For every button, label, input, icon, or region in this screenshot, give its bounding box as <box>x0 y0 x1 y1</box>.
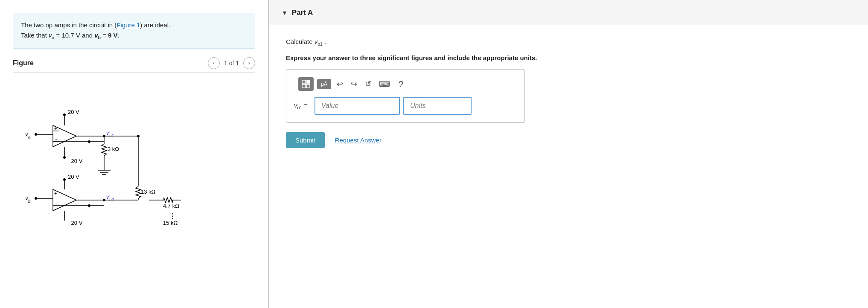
figure-header: Figure ‹ 1 of 1 › <box>13 57 255 73</box>
svg-text:vo1: vo1 <box>106 129 114 138</box>
submit-button[interactable]: Submit <box>286 132 325 148</box>
refresh-icon: ↺ <box>365 80 371 88</box>
va-variable: va <box>49 32 54 39</box>
part-content: Calculate vo1 . Express your answer to t… <box>269 25 868 161</box>
problem-text-1: The two op amps in the circuit in ( <box>21 21 117 29</box>
svg-text:+: + <box>54 191 57 196</box>
svg-rect-59 <box>302 84 306 88</box>
instructions: Express your answer to three significant… <box>286 54 851 61</box>
svg-text:15 kΩ: 15 kΩ <box>163 220 178 226</box>
svg-rect-57 <box>302 80 306 84</box>
problem-statement: The two op amps in the circuit in (Figur… <box>13 13 255 49</box>
circuit-svg: va + − 20 V −20 V <box>19 81 249 226</box>
svg-text:+: + <box>54 126 57 131</box>
reset-button[interactable]: ↺ <box>363 78 373 90</box>
svg-text:13 kΩ: 13 kΩ <box>141 189 156 195</box>
keyboard-icon: ⌨ <box>379 80 390 88</box>
svg-text:4.7 kΩ: 4.7 kΩ <box>163 203 179 209</box>
units-input[interactable] <box>403 97 472 115</box>
redo-icon: ↪ <box>351 80 357 88</box>
calculate-label: Calculate vo1 . <box>286 38 851 46</box>
undo-button[interactable]: ↩ <box>335 78 345 90</box>
next-figure-button[interactable]: › <box>243 57 255 69</box>
va-equation: = 10.7 V and <box>54 32 94 39</box>
toolbar: μÅ ↩ ↪ ↺ ⌨ <box>294 77 517 91</box>
figure-title: Figure <box>13 59 34 67</box>
problem-text-2: ) are ideal. <box>140 21 170 29</box>
keyboard-button[interactable]: ⌨ <box>377 78 392 90</box>
part-chevron[interactable]: ▼ <box>282 9 288 16</box>
answer-box: μÅ ↩ ↪ ↺ ⌨ <box>286 69 525 123</box>
redo-button[interactable]: ↪ <box>349 78 359 90</box>
svg-rect-58 <box>306 80 310 84</box>
problem-text-3: Take that <box>21 32 49 39</box>
vb-equation: = 9 V. <box>101 32 119 39</box>
figure-count: 1 of 1 <box>224 60 239 67</box>
svg-point-10 <box>63 113 66 116</box>
action-row: Submit Request Answer <box>286 131 851 148</box>
svg-point-56 <box>88 204 90 207</box>
svg-text:−: − <box>55 137 58 142</box>
figure-link[interactable]: Figure 1 <box>117 21 140 29</box>
input-row: vo1 = <box>294 97 517 115</box>
equation-label: vo1 = <box>294 102 311 110</box>
svg-rect-60 <box>306 84 310 88</box>
svg-text:20 V: 20 V <box>68 174 79 180</box>
help-button[interactable]: ? <box>396 78 405 91</box>
matrix-button[interactable] <box>298 77 314 91</box>
svg-text:vb: vb <box>25 195 31 203</box>
svg-point-30 <box>35 197 37 200</box>
part-header: ▼ Part A <box>269 0 868 25</box>
svg-point-36 <box>63 178 66 181</box>
request-answer-button[interactable]: Request Answer <box>335 137 382 144</box>
undo-icon: ↩ <box>337 80 343 88</box>
svg-point-48 <box>137 135 140 137</box>
help-icon: ? <box>399 79 403 89</box>
units-button[interactable]: μÅ <box>317 79 331 89</box>
svg-point-2 <box>35 133 37 136</box>
svg-text:20 V: 20 V <box>68 109 79 115</box>
svg-text:−20 V: −20 V <box>68 158 83 164</box>
value-input[interactable] <box>315 97 400 115</box>
right-panel: ▼ Part A Calculate vo1 . Express your an… <box>269 0 868 308</box>
figure-section: Figure ‹ 1 of 1 › va + <box>13 57 255 226</box>
part-title: Part A <box>292 9 313 17</box>
vb-variable: vb <box>94 32 101 39</box>
circuit-diagram: va + − 20 V −20 V <box>13 76 255 226</box>
matrix-icon <box>302 80 310 88</box>
svg-point-13 <box>63 156 66 159</box>
svg-text:3 kΩ: 3 kΩ <box>108 146 119 152</box>
figure-nav: ‹ 1 of 1 › <box>208 57 255 69</box>
svg-text:va: va <box>25 131 31 139</box>
left-panel: The two op amps in the circuit in (Figur… <box>0 0 269 308</box>
prev-figure-button[interactable]: ‹ <box>208 57 220 69</box>
svg-text:vo2: vo2 <box>106 193 114 202</box>
svg-text:−20 V: −20 V <box>68 220 83 226</box>
